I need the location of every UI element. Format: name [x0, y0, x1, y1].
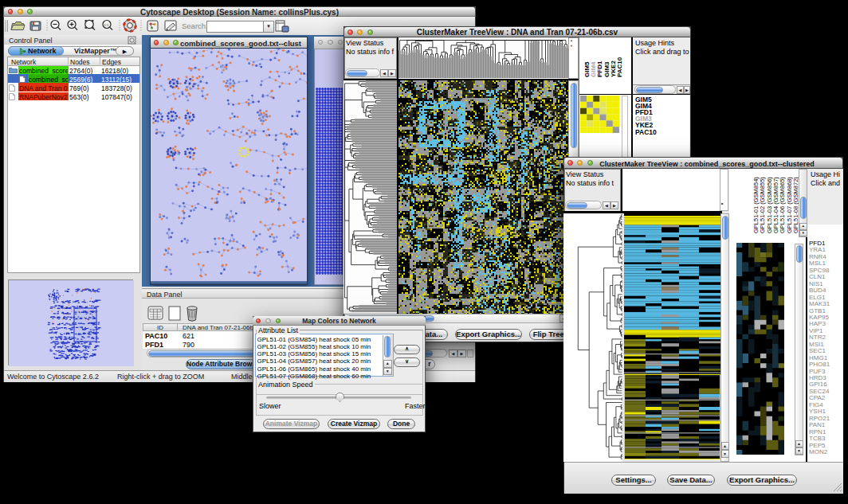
svg-text:1:1: 1:1 — [104, 23, 109, 27]
